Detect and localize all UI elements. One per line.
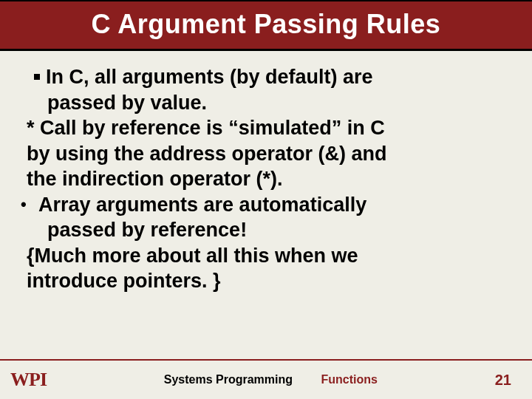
title-bar: C Argument Passing Rules <box>0 0 532 51</box>
footer-bar: WPI Systems Programming Functions 21 <box>0 359 532 399</box>
bullet-1-line2: passed by value. <box>27 90 505 116</box>
wpi-logo: WPI <box>10 369 47 391</box>
bullet-1-line1: In C, all arguments (by default) are <box>27 64 505 90</box>
para-2-line2: by using the address operator (&) and <box>27 141 505 167</box>
para-2-line1: * Call by reference is “simulated” in C <box>27 115 505 141</box>
footer-center: Systems Programming Functions <box>47 373 495 386</box>
bullet-2-line1: •Array arguments are automatically <box>27 192 505 218</box>
bullet-2-text-a: Array arguments are automatically <box>38 194 366 216</box>
para-2-line3: the indirection operator (*). <box>27 166 505 192</box>
bullet-1-text-a: In C, all arguments (by default) are <box>46 66 373 88</box>
footer-course: Systems Programming <box>164 373 293 386</box>
para-4-line2: introduce pointers. } <box>27 268 505 294</box>
page-number: 21 <box>495 372 511 389</box>
para-4-line1: {Much more about all this when we <box>27 243 505 269</box>
bullet-2-line2: passed by reference! <box>27 217 505 243</box>
square-bullet-icon <box>34 74 40 80</box>
slide-body: In C, all arguments (by default) are pas… <box>0 51 532 294</box>
slide-title: C Argument Passing Rules <box>0 9 532 40</box>
logo-text: WPI <box>10 369 47 391</box>
footer-topic: Functions <box>321 373 378 386</box>
